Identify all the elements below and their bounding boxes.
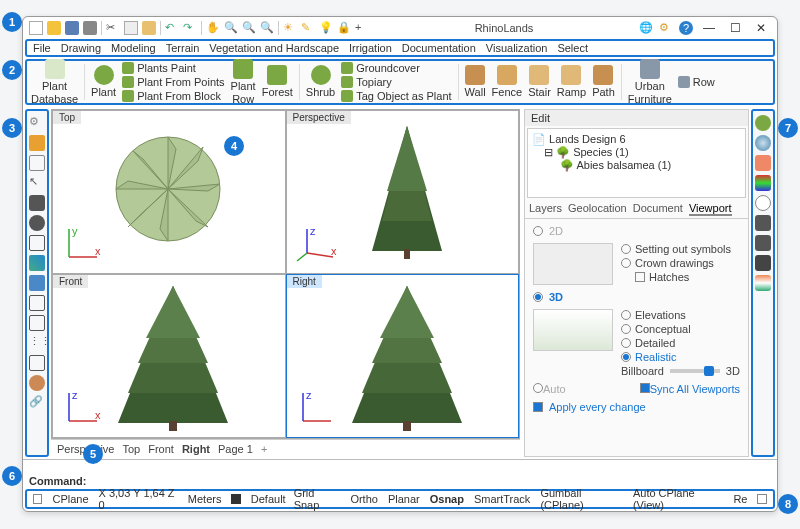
viewport-right[interactable]: Right z xyxy=(286,274,520,438)
save-icon[interactable] xyxy=(65,21,79,35)
radio-realistic[interactable] xyxy=(621,352,631,362)
chk-apply[interactable] xyxy=(533,402,543,412)
plus-icon[interactable]: + xyxy=(355,21,369,35)
edit-tree[interactable]: 📄 Lands Design 6 ⊟ 🌳 Species (1) 🌳 Abies… xyxy=(527,128,746,198)
status-layer-swatch[interactable] xyxy=(231,494,240,504)
vptab-right[interactable]: Right xyxy=(182,443,210,455)
ribbon-stair[interactable]: Stair xyxy=(528,65,551,98)
vptab-page1[interactable]: Page 1 xyxy=(218,443,253,455)
status-cplane[interactable]: CPlane xyxy=(52,493,88,505)
rtool-props-icon[interactable] xyxy=(755,195,771,211)
radio-auto[interactable] xyxy=(533,383,543,393)
chk-sync[interactable] xyxy=(640,383,650,393)
tool-ball-icon[interactable] xyxy=(29,375,45,391)
rtool-layers-icon[interactable] xyxy=(755,175,771,191)
ribbon-plant-from-block[interactable]: Plant From Block xyxy=(122,90,224,102)
rtool-flag-icon[interactable] xyxy=(755,275,771,291)
ribbon-forest[interactable]: Forest xyxy=(262,65,293,98)
status-smarttrack[interactable]: SmartTrack xyxy=(474,493,530,505)
redo-icon[interactable]: ↷ xyxy=(183,21,197,35)
viewport-top-label[interactable]: Top xyxy=(53,111,81,124)
ribbon-fence[interactable]: Fence xyxy=(492,65,523,98)
tool-link-icon[interactable]: 🔗 xyxy=(29,395,45,411)
light-icon[interactable]: 💡 xyxy=(319,21,333,35)
ribbon-shrub[interactable]: Shrub xyxy=(306,65,335,98)
tool-gear-icon[interactable]: ⚙ xyxy=(29,115,45,131)
ribbon-plant-row[interactable]: Plant Row xyxy=(231,59,256,104)
ribbon-path[interactable]: Path xyxy=(592,65,615,98)
cut-icon[interactable]: ✂ xyxy=(106,21,120,35)
help-icon[interactable]: ? xyxy=(679,21,693,35)
menu-irrigation[interactable]: Irrigation xyxy=(349,42,392,54)
ribbon-plants-paint[interactable]: Plants Paint xyxy=(122,62,224,74)
command-area[interactable]: Command: xyxy=(23,459,777,489)
ribbon-row[interactable]: Row xyxy=(678,76,715,88)
vptab-top[interactable]: Top xyxy=(122,443,140,455)
tab-layers[interactable]: Layers xyxy=(529,202,562,216)
ribbon-ramp[interactable]: Ramp xyxy=(557,65,586,98)
close-button[interactable]: ✕ xyxy=(751,20,771,36)
status-ortho[interactable]: Ortho xyxy=(350,493,378,505)
status-autocplane[interactable]: Auto CPlane (View) xyxy=(633,487,723,511)
menu-drawing[interactable]: Drawing xyxy=(61,42,101,54)
tool-layer-icon[interactable] xyxy=(29,255,45,271)
status-gridsnap[interactable]: Grid Snap xyxy=(294,487,341,511)
rtool-screen2-icon[interactable] xyxy=(755,235,771,251)
undo-icon[interactable]: ↶ xyxy=(165,21,179,35)
zoomwin-icon[interactable]: 🔍 xyxy=(260,21,274,35)
tab-document[interactable]: Document xyxy=(633,202,683,216)
radio-2d[interactable] xyxy=(533,226,543,236)
radio-elevations[interactable] xyxy=(621,310,631,320)
viewport-perspective-label[interactable]: Perspective xyxy=(287,111,351,124)
print-icon[interactable] xyxy=(83,21,97,35)
ribbon-plant[interactable]: Plant xyxy=(91,65,116,98)
tab-geolocation[interactable]: Geolocation xyxy=(568,202,627,216)
menu-documentation[interactable]: Documentation xyxy=(402,42,476,54)
rtool-lands-icon[interactable] xyxy=(755,115,771,131)
tool-dots-icon[interactable]: ⋮⋮ xyxy=(29,335,45,351)
ribbon-urban-furniture[interactable]: Urban Furniture xyxy=(628,59,672,104)
tool-edge-icon[interactable] xyxy=(29,235,45,251)
tree-root[interactable]: 📄 Lands Design 6 xyxy=(532,133,741,146)
tab-viewport[interactable]: Viewport xyxy=(689,202,732,216)
menu-select[interactable]: Select xyxy=(557,42,588,54)
status-end-icon[interactable] xyxy=(757,494,767,504)
ribbon-wall[interactable]: Wall xyxy=(465,65,486,98)
vptab-add[interactable]: + xyxy=(261,443,267,455)
slider-billboard[interactable] xyxy=(670,369,720,373)
viewport-front-label[interactable]: Front xyxy=(53,275,88,288)
browser-icon[interactable]: 🌐 xyxy=(639,21,653,35)
lock-icon[interactable]: 🔒 xyxy=(337,21,351,35)
viewport-right-label[interactable]: Right xyxy=(287,275,322,288)
status-re[interactable]: Re xyxy=(733,493,747,505)
ribbon-plant-from-points[interactable]: Plant From Points xyxy=(122,76,224,88)
copy-icon[interactable] xyxy=(124,21,138,35)
zoomext-icon[interactable]: 🔍 xyxy=(242,21,256,35)
tree-item[interactable]: 🌳 Abies balsamea (1) xyxy=(532,159,741,172)
maximize-button[interactable]: ☐ xyxy=(725,20,745,36)
viewport-perspective[interactable]: Perspective xz xyxy=(286,110,520,274)
tool-lands-icon[interactable] xyxy=(29,135,45,151)
menu-file[interactable]: File xyxy=(33,42,51,54)
viewport-top[interactable]: Top xy xyxy=(52,110,286,274)
menu-terrain[interactable]: Terrain xyxy=(166,42,200,54)
tool-cube-icon[interactable] xyxy=(29,275,45,291)
status-gumball[interactable]: Gumball (CPlane) xyxy=(540,487,623,511)
menu-vegetation[interactable]: Vegetation and Hardscape xyxy=(209,42,339,54)
rtool-camera-icon[interactable] xyxy=(755,255,771,271)
rtool-screen-icon[interactable] xyxy=(755,215,771,231)
tool-column-icon[interactable] xyxy=(29,295,45,311)
minimize-button[interactable]: — xyxy=(699,20,719,36)
tool-stair-icon[interactable] xyxy=(29,355,45,371)
tool-grid-icon[interactable] xyxy=(29,315,45,331)
paint-icon[interactable]: ✎ xyxy=(301,21,315,35)
tree-species[interactable]: ⊟ 🌳 Species (1) xyxy=(532,146,741,159)
status-layer[interactable]: Default xyxy=(251,493,286,505)
tool-solid-icon[interactable] xyxy=(29,195,45,211)
gear-icon[interactable]: ⚙ xyxy=(659,21,673,35)
status-box-icon[interactable] xyxy=(33,494,42,504)
radio-detailed[interactable] xyxy=(621,338,631,348)
status-units[interactable]: Meters xyxy=(188,493,222,505)
viewport-front[interactable]: Front xz xyxy=(52,274,286,438)
pan-icon[interactable]: ✋ xyxy=(206,21,220,35)
